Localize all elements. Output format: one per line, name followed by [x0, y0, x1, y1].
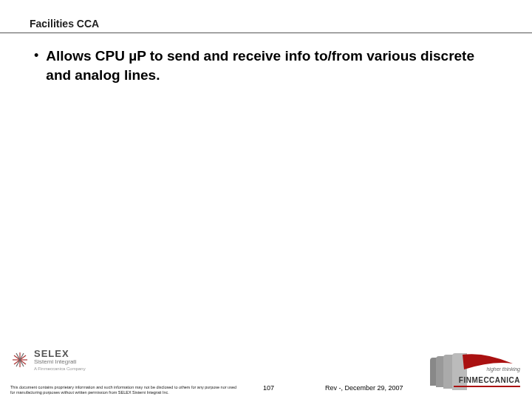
fm-name: FINMECCANICA	[459, 376, 520, 384]
disclaimer-text: This document contains proprietary infor…	[10, 385, 239, 395]
bullet-marker: •	[30, 47, 40, 64]
slide-content: • Allows CPU µP to send and receive info…	[0, 33, 532, 84]
page-number: 107	[263, 384, 274, 392]
bullet-text: Allows CPU µP to send and receive info t…	[46, 47, 502, 84]
slide-header: Facilities CCA	[0, 0, 532, 33]
bullet-item: • Allows CPU µP to send and receive info…	[30, 47, 502, 84]
selex-logo-icon	[10, 350, 30, 369]
fm-tagline: higher thinking	[486, 366, 520, 372]
selex-subtitle: Sistemi Integrati	[34, 359, 86, 365]
selex-name: SELEX	[34, 349, 86, 358]
finmeccanica-logo: higher thinking FINMECCANICA	[426, 350, 522, 395]
slide-title: Facilities CCA	[30, 18, 532, 30]
revision-date: Rev -, December 29, 2007	[325, 384, 403, 392]
selex-logo: SELEX Sistemi Integrati A Finmeccanica C…	[10, 349, 86, 371]
svg-rect-0	[454, 386, 520, 387]
slide-footer: SELEX Sistemi Integrati A Finmeccanica C…	[0, 335, 532, 399]
selex-tagline: A Finmeccanica Company	[34, 366, 86, 371]
selex-logo-text: SELEX Sistemi Integrati A Finmeccanica C…	[34, 349, 86, 371]
